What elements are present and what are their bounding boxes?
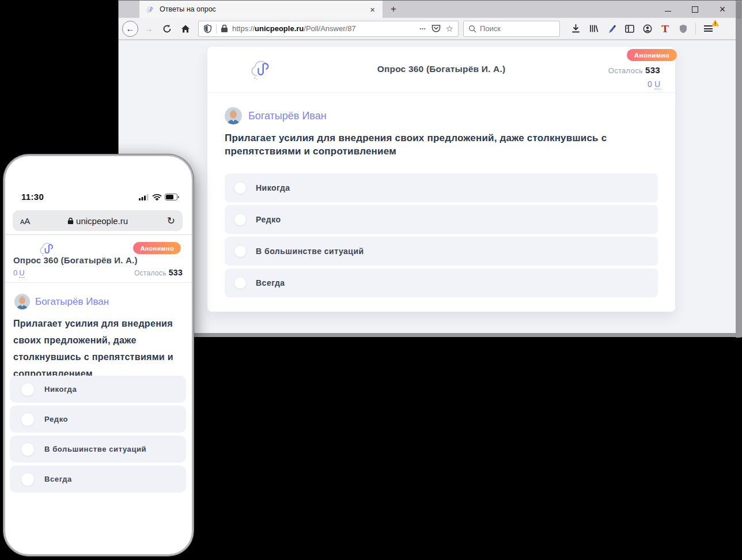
survey-title: Опрос 360 (Богатырёв И. А.) (207, 64, 675, 74)
question-text: Прилагает усилия для внедрения своих пре… (13, 315, 183, 382)
minimize-button[interactable] (665, 7, 671, 12)
account-icon[interactable] (639, 21, 655, 37)
library-icon[interactable] (586, 21, 601, 37)
person-name-link[interactable]: Богатырёв Иван (35, 296, 109, 308)
address-bar[interactable]: https://unicpeople.ru/Poll/Answer/87 •••… (198, 21, 459, 37)
window-scrollbar[interactable] (736, 1, 742, 338)
phone-url[interactable]: unicpeople.ru (13, 216, 183, 226)
maximize-button[interactable] (692, 6, 698, 13)
radio-button[interactable] (21, 413, 35, 426)
lock-icon (221, 24, 228, 33)
survey-header-divider (5, 282, 192, 283)
option-label: В большинстве ситуаций (44, 445, 146, 453)
anonymous-badge: Анонимно (627, 49, 677, 61)
highlighter-pen-icon[interactable] (604, 21, 619, 37)
battery-icon (165, 194, 179, 200)
tab-strip: Ответы на опрос × + × (119, 1, 736, 18)
url-text[interactable]: https://unicpeople.ru/Poll/Answer/87 (232, 24, 415, 33)
radio-button[interactable] (234, 277, 247, 289)
remaining-counter: Осталось533 (608, 65, 660, 75)
phone-time: 11:30 (21, 192, 44, 202)
option-row[interactable]: В большинстве ситуаций (225, 237, 658, 266)
phone-address-bar[interactable]: AA unicpeople.ru ↻ (13, 210, 183, 231)
search-icon (468, 25, 476, 33)
shield-extension-icon[interactable] (675, 21, 691, 37)
close-window-button[interactable]: × (718, 5, 726, 13)
radio-button[interactable] (21, 383, 35, 396)
option-row[interactable]: Редко (225, 205, 658, 234)
tab-favicon-logo-icon (145, 5, 155, 14)
phone-mockup: 11:30 AA unicpeople.ru ↻ Анон (3, 154, 194, 556)
radio-button[interactable] (21, 472, 35, 486)
option-row[interactable]: Редко (10, 406, 186, 433)
radio-button[interactable] (234, 181, 247, 194)
browser-window: Ответы на опрос × + × ← → https://unicpe… (118, 0, 742, 337)
page-content: Опрос 360 (Богатырёв И. А.) Осталось533 … (119, 40, 736, 333)
search-bar[interactable]: Поиск (463, 21, 560, 37)
warning-badge-icon (711, 20, 719, 27)
window-bottom-edge (119, 333, 739, 337)
tracking-protection-shield-icon[interactable] (203, 24, 212, 33)
options-list: Никогда Редко В большинстве ситуаций Все… (10, 376, 186, 495)
new-tab-button[interactable]: + (383, 1, 404, 18)
pocket-icon[interactable] (431, 24, 441, 33)
option-label: Никогда (256, 183, 290, 192)
person-avatar (14, 294, 30, 309)
option-row[interactable]: Всегда (225, 268, 658, 297)
signal-icon (139, 194, 149, 200)
radio-button[interactable] (234, 245, 247, 258)
option-row[interactable]: В большинстве ситуаций (10, 436, 186, 463)
home-icon[interactable] (177, 21, 194, 37)
page-actions-icon[interactable]: ••• (419, 26, 426, 31)
option-row[interactable]: Никогда (225, 173, 658, 202)
browser-toolbar: ← → https://unicpeople.ru/Poll/Answer/87… (119, 18, 736, 40)
points-link[interactable]: 0U (13, 268, 25, 277)
hamburger-icon (704, 25, 713, 32)
back-button[interactable]: ← (122, 21, 138, 37)
text-extension-icon[interactable]: T (657, 21, 673, 37)
sidebar-panel-icon[interactable] (622, 21, 637, 37)
option-label: Всегда (256, 278, 285, 287)
person-name-link[interactable]: Богатырёв Иван (248, 110, 327, 122)
anonymous-badge: Анонимно (133, 242, 181, 254)
person-avatar (225, 107, 242, 124)
tab-title: Ответы на опрос (160, 5, 364, 13)
radio-button[interactable] (234, 213, 247, 226)
radio-button[interactable] (21, 442, 35, 456)
browser-tab[interactable]: Ответы на опрос × (139, 1, 383, 18)
phone-status-bar: 11:30 (21, 192, 179, 202)
points-link[interactable]: 0U (648, 80, 660, 89)
option-row[interactable]: Всегда (10, 466, 186, 493)
option-label: В большинстве ситуаций (256, 247, 364, 256)
option-label: Никогда (44, 385, 77, 393)
option-label: Редко (44, 415, 68, 423)
option-row[interactable]: Никогда (10, 376, 186, 403)
urlbar-divider (216, 24, 217, 33)
option-label: Редко (256, 215, 281, 224)
remaining-counter: Осталось533 (134, 268, 183, 277)
phone-reload-icon[interactable]: ↻ (167, 215, 175, 227)
wifi-icon (152, 194, 162, 200)
search-placeholder: Поиск (480, 24, 501, 33)
survey-title: Опрос 360 (Богатырёв И. А.) (13, 255, 138, 265)
toolbar-divider (695, 23, 696, 35)
question-text: Прилагает усилия для внедрения своих пре… (225, 132, 628, 158)
option-label: Всегда (44, 475, 72, 483)
survey-header: Опрос 360 (Богатырёв И. А.) Осталось533 … (207, 47, 675, 93)
forward-button[interactable]: → (141, 21, 157, 37)
menu-button[interactable] (701, 21, 716, 37)
phone-chrome-divider (5, 234, 192, 235)
downloads-icon[interactable] (568, 21, 584, 37)
reload-icon[interactable] (159, 21, 175, 37)
options-list: Никогда Редко В большинстве ситуаций Все… (225, 173, 658, 297)
tab-close-icon[interactable]: × (368, 5, 377, 14)
survey-card: Опрос 360 (Богатырёв И. А.) Осталось533 … (207, 47, 675, 312)
bookmark-star-icon[interactable]: ☆ (446, 24, 453, 34)
